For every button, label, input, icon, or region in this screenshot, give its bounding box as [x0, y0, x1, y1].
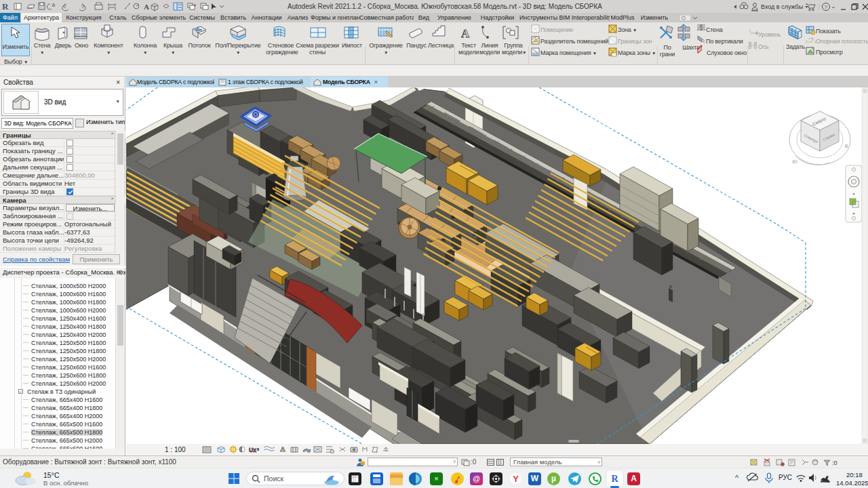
svg-text:²: ² — [257, 447, 259, 453]
svg-text:▼: ▼ — [852, 211, 856, 216]
svg-text:В: В — [845, 144, 848, 148]
svg-text:▼: ▼ — [852, 192, 856, 196]
svg-text:?: ? — [825, 4, 828, 10]
svg-text:A: A — [144, 3, 149, 11]
svg-text:Ux: Ux — [249, 447, 256, 453]
svg-text:1: 1 — [749, 28, 751, 33]
svg-text:R: R — [2, 1, 9, 12]
svg-text:Ю: Ю — [792, 159, 797, 164]
svg-text:A: A — [461, 27, 470, 40]
svg-text:Вход в службы: Вход в службы — [761, 3, 803, 10]
svg-text::0: :0 — [832, 460, 837, 466]
